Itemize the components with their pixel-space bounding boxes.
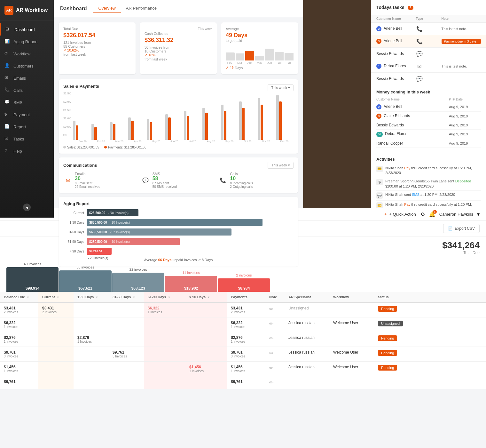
td-31-60-5 [109, 362, 144, 376]
td-90plus-3 [185, 332, 227, 347]
td-status-4: Pending [374, 347, 409, 361]
table-row-2: $6,3221 Invoices $6,3221 Invoices ✏ Jess… [0, 317, 486, 332]
th-status[interactable]: Status [374, 292, 409, 302]
sidebar-item-payment[interactable]: $ Payment [0, 108, 54, 121]
th-payments[interactable]: Payments [227, 292, 265, 302]
comm-period-selector[interactable]: This week ▾ [268, 162, 294, 169]
sales-period-selector[interactable]: This week ▾ [268, 84, 294, 91]
td-workflow-4: Welcome User [329, 347, 374, 361]
comm-calls: 📞 Calls 10 8 Incoming calls 2 Outgoing c… [218, 172, 294, 188]
th-note[interactable]: Note [265, 292, 285, 302]
tab-overview[interactable]: Overview [93, 4, 121, 13]
table-row-4: $9,7613 Invoices $9,7613 Invoices $9,761… [0, 347, 486, 362]
aging-bar-1-30: $830,500.00 - 10 Invoice(s) [87, 219, 263, 226]
aging-row-current: Current $23,500.00 - No Invoice(s) [63, 209, 294, 216]
th-61-90[interactable]: 61-90 Days ▼ [144, 292, 185, 302]
th-31-60[interactable]: 31-60 Days ▼ [109, 292, 144, 302]
bar-group-mar [110, 122, 127, 140]
td-current-6 [38, 376, 74, 389]
x-axis-labels: Jan 20 Feb 20 Mar 20 Apr 20 May 20 Jun 2… [74, 140, 294, 143]
sidebar-item-help[interactable]: ? Help [0, 145, 54, 157]
activity-icon-sms: 💬 [376, 192, 383, 199]
sidebar-collapse-button[interactable]: ◀ [23, 204, 31, 211]
calls-comm-details: Calls 10 8 Incoming calls 2 Outgoing cal… [230, 172, 253, 188]
sidebar-item-emails[interactable]: ✉ Emails [0, 72, 54, 84]
sidebar-label-tasks: Tasks [13, 137, 24, 141]
task-num-1: 2 [376, 26, 381, 31]
td-90plus-6 [185, 376, 227, 389]
td-workflow-3 [329, 332, 374, 347]
user-chevron[interactable]: ▾ [477, 211, 480, 217]
sidebar-item-sms[interactable]: 💬 SMS [0, 96, 54, 108]
sms-comm-details: SMS 58 8 SMS sent 50 SMS received [153, 172, 177, 188]
td-note-5[interactable]: ✏ [265, 362, 285, 376]
bar-mar [236, 53, 245, 61]
td-1-30-2 [74, 317, 109, 332]
th-1-30[interactable]: 1:30 Days ▼ [74, 292, 109, 302]
task-item-5: Bessie Edwards 💬 [371, 73, 486, 85]
sidebar-label-customers: Customers [13, 64, 34, 68]
payment-icon: $ [4, 112, 10, 117]
sidebar-item-calls[interactable]: 📞 Calls [0, 84, 54, 96]
y-axis-labels: $2.5K $2.0K $1.5K $1.0K $0.5K $0 [63, 92, 71, 137]
sidebar-item-customers[interactable]: 👤 Customers [0, 60, 54, 72]
td-note-6[interactable]: ✏ [265, 376, 285, 389]
total-due-invoices: 121 Invoices from [63, 41, 131, 44]
td-status-1: Pending [374, 303, 409, 317]
communications-section: Communications This week ▾ ✉ Emails 30 8… [59, 157, 298, 193]
sidebar-item-workflow[interactable]: ⟳ Workflow [0, 48, 54, 60]
money-item-3: Bessie Edwards Aug 9, 2019 [376, 121, 481, 130]
help-icon: ? [4, 148, 10, 154]
bar-may [255, 56, 264, 60]
aging-row-61-90: 61-90 Days $280,500.00 - 10 Invoice(s) [63, 238, 294, 245]
th-balance-due[interactable]: Balance Due ▼ [0, 292, 38, 302]
td-specialist-3: Jessica russian [285, 332, 329, 347]
stats-section: Total Due $326,017.54 121 Invoices from … [54, 17, 303, 79]
sidebar-label-workflow: Workflow [13, 52, 30, 56]
th-specialist[interactable]: AR Specialist [285, 292, 329, 302]
bar-apr [245, 51, 254, 60]
td-90plus-5: $1,4561 Invoices [185, 362, 227, 376]
tab-ar-performance[interactable]: AR Performance [121, 4, 162, 13]
aging-report-icon: 📊 [4, 39, 10, 44]
bar-group-jan [73, 121, 90, 140]
td-payments-2: $6,3221 Invoices [227, 317, 265, 332]
td-payments-4: $9,7613 Invoices [227, 347, 265, 361]
money-coming-title: Money coming in this week [376, 90, 481, 94]
sidebar-item-aging-report[interactable]: 📊 Aging Report [0, 36, 54, 48]
task-col-note: Note [442, 17, 481, 20]
th-workflow[interactable]: Workflow [329, 292, 374, 302]
cash-week-label[interactable]: This week [145, 27, 212, 30]
th-90plus[interactable]: > 90 Days ▼ [185, 292, 227, 302]
cash-collected-customers: 18 Customers [145, 49, 212, 53]
total-due-value: $326,017.54 [63, 32, 131, 39]
td-note-3[interactable]: ✏ [265, 332, 285, 347]
inv-col-current: 49 invoices $98,934 [6, 262, 59, 292]
task-type-email-1: ✉ [416, 63, 423, 70]
td-note-1[interactable]: ✏ [265, 303, 285, 317]
td-note-2[interactable]: ✏ [265, 317, 285, 332]
sidebar-item-tasks[interactable]: ☑ Tasks [0, 133, 54, 145]
task-col-customer: Customer Name [376, 17, 416, 20]
average-mini-chart [226, 44, 294, 60]
td-note-4[interactable]: ✏ [265, 347, 285, 361]
task-item-3: Bessie Edwards 💬 [371, 48, 486, 60]
quick-action-button[interactable]: + + Quick Action [384, 212, 416, 217]
activity-item-2: $ Freeman Sporting Goods:55 Twin Lane se… [376, 177, 481, 191]
inv-bar-current [6, 267, 59, 285]
td-90plus-1 [185, 303, 227, 317]
notification-icon[interactable]: 🔔 1 [429, 211, 435, 217]
th-current[interactable]: Current ▼ [38, 292, 74, 302]
report-icon: 📄 [4, 124, 10, 130]
user-name: Cameron Hawkins [439, 212, 473, 217]
refresh-icon[interactable]: ⟳ [421, 211, 425, 217]
sidebar-item-dashboard[interactable]: ⊞ Dashboard [0, 23, 54, 36]
cash-collected-label: Cash Collected [145, 32, 212, 36]
export-csv-button[interactable]: 📄 Export CSV [443, 224, 480, 233]
bar-group-oct [239, 101, 256, 140]
task-table-header: Customer Name Type Note [371, 15, 486, 23]
td-31-60-6 [109, 376, 144, 389]
bar-group-jun [165, 114, 183, 140]
task-num-4: 1 [376, 64, 381, 69]
sidebar-item-report[interactable]: 📄 Report [0, 121, 54, 133]
